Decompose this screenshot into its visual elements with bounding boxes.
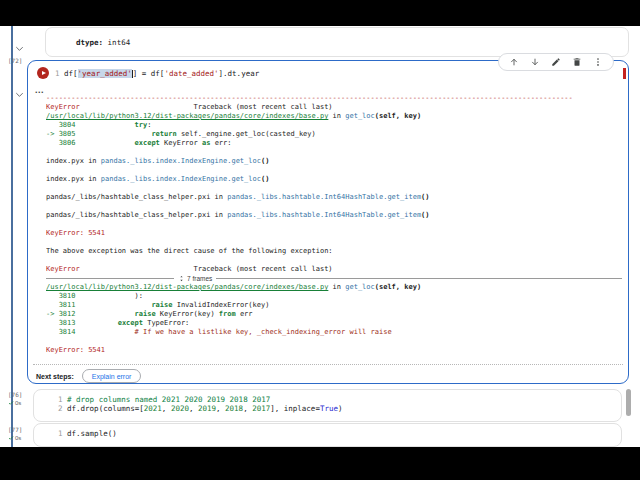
dtype-label: dtype: — [76, 38, 103, 47]
bottom-letterbox — [0, 447, 640, 480]
next-steps-bar: Next steps: Explain error — [36, 369, 141, 383]
more-vert-icon[interactable] — [593, 57, 603, 67]
move-cell-down-icon[interactable] — [530, 57, 540, 67]
execution-time: 0s — [15, 435, 21, 441]
move-cell-up-icon[interactable] — [509, 57, 519, 67]
scrollbar-thumb[interactable] — [626, 389, 631, 416]
delete-cell-icon[interactable] — [572, 57, 582, 67]
output-ellipsis-icon: ... — [35, 85, 44, 95]
error-overview-mark — [623, 68, 626, 79]
edit-icon[interactable] — [551, 57, 561, 67]
output-footer-divider — [33, 364, 623, 365]
execution-count-76: [76] — [8, 391, 22, 398]
code-editor[interactable]: 1 df['year_added'] = df['date_added'].dt… — [55, 69, 259, 78]
dtype-output-text: dtype: int64 — [76, 38, 130, 47]
error-traceback-output: ----------------------------------------… — [46, 94, 622, 355]
play-icon — [42, 71, 46, 75]
code-cell-72[interactable]: 1 df['year_added'] = df['date_added'].dt… — [27, 60, 629, 384]
code-cell-76[interactable]: 1 # drop columns named 2021 2020 2019 20… — [33, 389, 622, 422]
execution-status-77: 0s — [8, 435, 21, 441]
section-indent-guide — [11, 26, 13, 447]
explain-error-button[interactable]: Explain error — [82, 369, 142, 383]
unfold-arrows-icon — [178, 275, 185, 282]
notebook-screen: dtype: int64 [72] 1 df['year_added'] = d… — [0, 0, 640, 480]
next-steps-label: Next steps: — [36, 373, 74, 380]
code-editor[interactable]: 1 df.sample() — [58, 429, 117, 438]
top-letterbox — [0, 0, 640, 26]
collapse-output-chevron-icon[interactable] — [14, 40, 25, 51]
run-cell-button[interactable] — [37, 67, 49, 79]
cell-toolbar — [498, 53, 614, 71]
expand-frames-button[interactable]: 7 frames — [178, 275, 212, 282]
collapse-output-chevron-icon[interactable] — [14, 86, 25, 97]
code-cell-77[interactable]: 1 df.sample() — [33, 423, 622, 447]
execution-count-72: [72] — [8, 57, 22, 64]
check-icon — [8, 435, 14, 441]
execution-time: 0s — [15, 400, 21, 406]
dtype-value: int64 — [103, 38, 130, 47]
code-editor[interactable]: 1 # drop columns named 2021 2020 2019 20… — [58, 395, 342, 413]
execution-status-76: 0s — [8, 400, 21, 406]
execution-count-77: [77] — [8, 426, 22, 433]
check-icon — [8, 400, 14, 406]
